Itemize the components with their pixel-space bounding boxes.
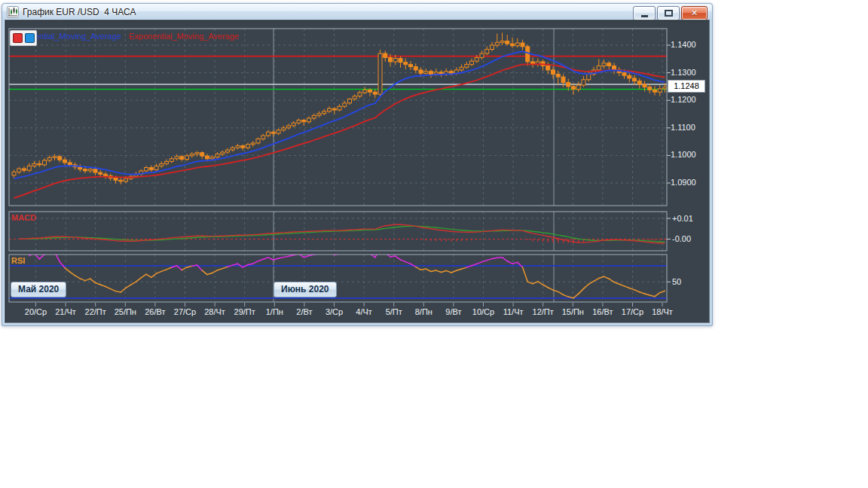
maximize-button[interactable] [657,6,680,20]
ema-blue-toggle-button[interactable] [25,33,35,43]
ema-red-toggle-button[interactable] [13,33,23,43]
month-button-may[interactable]: Май 2020 [11,282,66,297]
minimize-button[interactable] [633,6,656,20]
title-bar[interactable]: График EUR /USD 4 ЧАСА ✕ [2,4,712,20]
window-title: График EUR /USD 4 ЧАСА [23,7,136,17]
close-icon: ✕ [691,9,698,17]
close-button[interactable]: ✕ [681,6,708,20]
chart-client-area [5,20,710,323]
minimize-icon [641,15,648,17]
month-button-june[interactable]: Июнь 2020 [274,282,337,297]
indicator-toggle-box [10,30,37,46]
window-controls: ✕ [633,6,708,20]
candlestick-chart-icon [7,6,19,18]
page-root: { "window": { "title": "График EUR /USD … [0,0,868,488]
chart-window: График EUR /USD 4 ЧАСА ✕ [2,3,713,326]
maximize-icon [665,10,673,17]
